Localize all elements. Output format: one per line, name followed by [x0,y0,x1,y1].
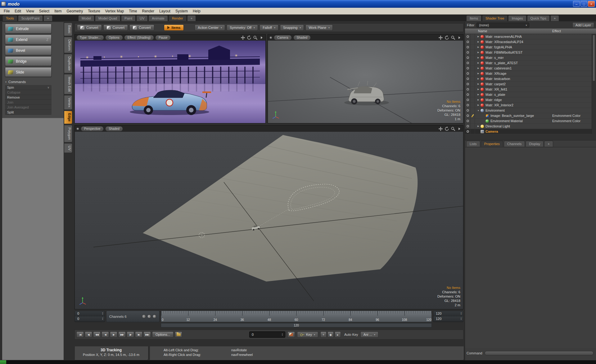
browse-actions-button[interactable] [175,331,182,338]
tree-row-matr-xr-interior2[interactable]: ▶Matr: XR_Interior2 [465,103,592,108]
visibility-toggle[interactable] [465,45,471,50]
falloff-dropdown[interactable]: Falloff▾ [260,24,278,31]
animation-mode-dropdown[interactable]: Ani ... ▾ [360,331,378,338]
go-to-end-button[interactable]: ▶| [135,331,142,338]
menu-select[interactable]: Select [37,8,52,14]
visibility-toggle[interactable] [465,66,471,71]
channel-filter-f-button[interactable]: F [152,314,156,318]
fast-reverse-button[interactable]: ◀◀ [93,331,101,338]
menu-render[interactable]: Render [140,8,157,14]
end-range-top-field[interactable]: 120 ▴▾ [433,311,463,316]
expand-arrow-icon[interactable]: ▶ [476,51,481,54]
tree-scrollbar[interactable] [592,34,596,134]
tab-animate[interactable]: Animate [148,15,168,21]
action-center-dropdown[interactable]: Action Center▾ [195,24,225,31]
next-key-button[interactable]: |▶ [127,331,134,338]
category-tab-basic[interactable]: Basic [64,23,72,36]
tab-plus[interactable]: + [544,141,553,147]
expand-arrow-icon[interactable]: ▶ [476,41,481,43]
tree-row-directional-light[interactable]: ▶Directional Light [465,124,592,129]
visibility-toggle[interactable] [465,82,471,87]
pan-icon[interactable] [438,126,443,131]
orbit-icon[interactable] [444,35,449,40]
symmetry-off-dropdown[interactable]: Symmetry: Off▾ [227,24,258,31]
tab-properties[interactable]: Properties [481,141,503,147]
channel-filter-c-button[interactable]: C [147,314,151,318]
tab-items[interactable]: Items [466,15,481,21]
set-key-button[interactable] [287,331,295,338]
tool-bridge[interactable]: Bridge [5,57,52,66]
effect-shading-button[interactable]: Effect: (Shading) [124,35,154,40]
tree-row-matr-s-plate-atest[interactable]: ▶Matr: s_plate_ATEST [465,60,592,66]
command-spin[interactable]: Spin∨ [5,85,52,90]
command-join-averaged[interactable]: Join Averaged [5,105,52,110]
zoom-icon[interactable] [253,35,258,40]
menu-edit[interactable]: Edit [12,8,24,14]
viewport-menu-icon[interactable] [457,35,462,40]
convert-button-2[interactable]: Convert [103,24,128,31]
pan-icon[interactable] [438,35,443,40]
tab-tools[interactable]: Tools [2,15,17,21]
category-tab-polygon[interactable]: Polygon [64,125,72,142]
category-tab-mesh-edit[interactable]: Mesh Edit [64,74,72,94]
work-plane-dropdown[interactable]: Work Plane▾ [305,24,333,31]
type-shader-button[interactable]: Type: Shader... [76,35,104,40]
perspective-shading-selector[interactable]: Shaded [105,126,123,131]
menu-view[interactable]: View [24,8,37,14]
current-frame-field[interactable]: 0 ▴▾ [249,331,285,338]
tree-row-environment[interactable]: ▼Environment [465,108,592,113]
expand-arrow-icon[interactable]: ▼ [476,109,481,112]
tab-uv[interactable]: UV [136,15,148,21]
visibility-toggle[interactable] [465,108,471,113]
expand-arrow-icon[interactable]: ▶ [476,56,481,59]
visibility-toggle[interactable] [465,60,471,65]
fast-forward-button[interactable]: ▶▶ [118,331,126,338]
command-join[interactable]: Join [5,100,52,105]
tree-row-image-beach-sunrise-large[interactable]: Image: Beach_sunrise_largeEnvironment Co… [465,113,592,118]
tree-row-matr-xrracedashalp24[interactable]: ▶Matr: XRracedashALP24 [465,39,592,45]
tool-extend[interactable]: ExtendZ [5,35,52,44]
expand-arrow-icon[interactable]: ▶ [476,35,481,38]
tab-model[interactable]: Model [78,15,94,21]
collapse-triangle-icon[interactable]: ▾ [5,81,7,83]
stepper-arrows-icon[interactable]: ▴▾ [282,333,283,336]
minimize-button[interactable]: – [573,1,580,7]
tab-lists[interactable]: Lists [466,141,480,147]
viewport-menu-icon[interactable] [457,126,462,131]
tab-display[interactable]: Display [526,141,544,147]
expand-arrow-icon[interactable]: ▶ [476,125,481,127]
tab-plus[interactable]: + [550,15,559,21]
menu-geometry[interactable]: Geometry [64,8,86,14]
visibility-toggle[interactable] [465,55,471,60]
menu-help[interactable]: Help [190,8,203,14]
pause-button[interactable]: Pause [155,35,171,40]
visibility-toggle[interactable] [465,129,471,134]
zoom-icon[interactable] [450,126,455,131]
camera-view-selector[interactable]: Camera [274,35,292,40]
command-input[interactable] [485,351,594,355]
viewport-menu-icon[interactable] [259,35,264,40]
tree-row-matr-xr-felt1[interactable]: ▶Matr: XR_felt1 [465,87,592,92]
go-to-start-button[interactable]: |◀ [76,331,84,338]
tab-quick-tips[interactable]: Quick Tips [527,15,550,21]
menu-file[interactable]: File [1,8,12,14]
edit-marker-cell[interactable] [471,113,475,118]
options-button[interactable]: Options... [152,331,174,338]
filter-dropdown[interactable]: (none) ▾ [476,23,529,28]
zoom-icon[interactable] [450,35,455,40]
visibility-toggle[interactable] [465,103,471,108]
previous-key-button[interactable]: ◀| [85,331,92,338]
visibility-toggle[interactable] [465,118,471,123]
tab-plus[interactable]: + [187,15,196,21]
command-collapse[interactable]: Collapse [5,90,52,95]
category-tab-vertex[interactable]: Vertex [64,95,72,110]
viewport-options-dot-icon[interactable] [269,36,272,39]
add-key-button[interactable]: + [320,331,327,338]
tree-row-matr-ridge[interactable]: ▶Matr: ridge [465,97,592,103]
menu-layout[interactable]: Layout [157,8,173,14]
stepper-arrows-icon[interactable]: ▴▾ [102,317,103,320]
preview-viewport-canvas[interactable] [75,41,265,123]
command-split[interactable]: Split [5,110,52,115]
tree-row-matr-rearscreenalpha[interactable]: ▶Matr: rearscreenALPHA [465,34,592,39]
orbit-icon[interactable] [444,126,449,131]
